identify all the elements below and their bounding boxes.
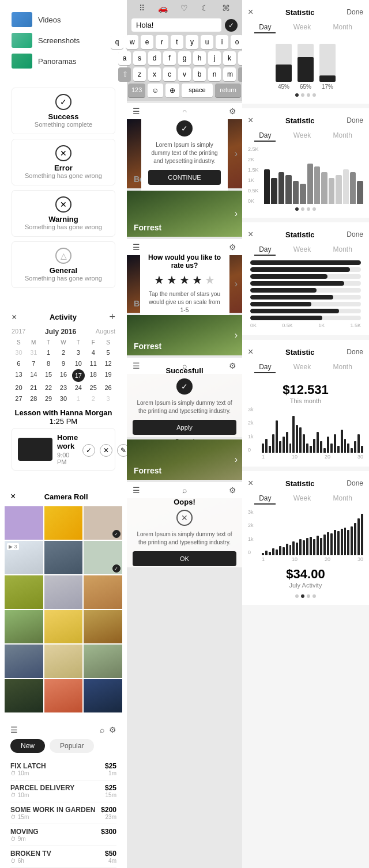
cal-day[interactable]: 24 [71,382,85,393]
stat-done-5[interactable]: Done [347,479,363,487]
photo-cell[interactable] [44,610,83,643]
media-item-screenshots[interactable]: Screenshots [12,30,115,51]
photo-cell[interactable] [5,506,43,540]
stat-tab-week-3[interactable]: Week [289,244,315,256]
cal-day[interactable]: 1 [42,347,56,358]
stat-close-3[interactable]: × [248,229,253,240]
key-e[interactable]: e [141,35,153,49]
list-item[interactable]: BROKEN TV⏱ 6h $504m [10,846,116,868]
key-c[interactable]: c [163,67,176,81]
key-z[interactable]: z [133,67,146,81]
photo-cell[interactable]: ▶ 3 [5,541,43,574]
stat-tab-day-1[interactable]: Day [254,22,276,33]
key-u[interactable]: u [201,35,213,49]
photo-cell[interactable] [84,645,122,678]
list-item[interactable]: FIX LATCH⏱ 10m $251m [10,759,116,780]
list-item[interactable]: SOME WORK IN GARDEN⏱ 15m $20023m [10,802,116,824]
photo-cell[interactable] [5,645,43,678]
menu-icon[interactable]: ☰ [10,725,18,734]
photo-cell[interactable]: ✓ [84,541,122,574]
cal-day[interactable]: 6 [12,358,26,369]
key-numbers[interactable]: 123 [128,84,145,97]
cal-day[interactable]: 15 [42,369,56,382]
tab-popular[interactable]: Popular [50,739,94,753]
filter-icon[interactable]: ⚙ [109,725,116,734]
stat-tab-month-5[interactable]: Month [328,493,356,505]
key-k[interactable]: k [223,51,236,65]
stat-tab-day-4[interactable]: Day [254,362,276,373]
stat-close-1[interactable]: × [248,7,253,17]
key-shift[interactable]: ⇧ [118,67,131,81]
cal-day[interactable]: 8 [42,358,56,369]
key-space[interactable]: space [182,84,213,97]
kb-icon-heart[interactable]: ♡ [180,3,188,13]
task-check-button[interactable]: ✓ [82,444,95,457]
key-h[interactable]: h [193,51,206,65]
star-5[interactable]: ★ [205,273,215,287]
cal-day[interactable]: 5 [101,347,115,358]
tab-new[interactable]: New [10,739,45,753]
list-item[interactable]: MOVING⏱ 9m $300 [10,824,116,846]
photo-cell[interactable] [5,610,43,643]
nav-filter-icon-2[interactable]: ⚙ [229,242,236,252]
keyboard-check[interactable]: ✓ [225,19,238,32]
media-item-panoramas[interactable]: Panoramas [12,51,115,71]
cal-day[interactable]: 30 [12,347,26,358]
cal-day[interactable]: 14 [27,369,41,382]
kb-icon-grid[interactable]: ⠿ [139,3,145,13]
cal-day[interactable]: 9 [57,358,71,369]
key-emoji[interactable]: ☺ [148,84,163,97]
key-n[interactable]: n [208,67,221,81]
photo-cell[interactable] [84,575,122,609]
stat-tab-day-2[interactable]: Day [254,130,276,142]
key-y[interactable]: y [186,35,198,49]
ok-button[interactable]: OK [133,551,236,566]
key-t[interactable]: t [171,35,183,49]
photo-cell[interactable]: ✓ [84,506,122,540]
cal-day[interactable]: 11 [86,358,100,369]
stat-close-2[interactable]: × [248,115,253,126]
key-i[interactable]: i [216,35,228,49]
photo-cell[interactable] [44,679,83,712]
photo-cell[interactable] [84,679,122,712]
key-j[interactable]: j [208,51,221,65]
stat-done-2[interactable]: Done [347,116,363,124]
cal-day[interactable]: 28 [27,393,41,404]
key-m[interactable]: m [223,67,236,81]
key-d[interactable]: d [148,51,161,65]
cal-day[interactable]: 18 [86,369,100,382]
cal-day[interactable]: 2 [86,393,100,404]
stat-tab-month-3[interactable]: Month [328,244,356,256]
stat-tab-month-2[interactable]: Month [328,130,356,142]
stat-tab-week-4[interactable]: Week [289,362,315,373]
cal-day[interactable]: 1 [71,393,85,404]
cal-day[interactable]: 22 [42,382,56,393]
stat-tab-month-1[interactable]: Month [328,22,356,33]
photo-cell[interactable] [5,575,43,609]
stat-tab-week-5[interactable]: Week [289,493,315,505]
key-b[interactable]: b [193,67,206,81]
stat-done-4[interactable]: Done [347,348,363,356]
photo-cell[interactable] [44,541,83,574]
cal-day[interactable]: 13 [12,369,26,382]
star-2[interactable]: ★ [167,273,177,287]
photo-cell[interactable] [5,679,43,712]
key-g[interactable]: g [178,51,191,65]
kb-icon-car[interactable]: 🚗 [158,3,168,13]
photo-cell[interactable] [44,506,83,540]
key-s[interactable]: s [133,51,146,65]
stat-tab-month-4[interactable]: Month [328,362,356,373]
star-3[interactable]: ★ [179,273,190,287]
stat-tab-day-5[interactable]: Day [254,493,276,505]
photo-cell[interactable] [84,610,122,643]
cal-day-today[interactable]: 17 [72,369,85,382]
key-r[interactable]: r [156,35,168,49]
cal-day[interactable]: 30 [57,393,71,404]
cal-day[interactable]: 12 [101,358,115,369]
star-4[interactable]: ★ [192,273,202,287]
search-icon[interactable]: ⌕ [100,725,104,734]
nav-menu-icon-2[interactable]: ☰ [133,242,140,252]
calendar-close[interactable]: × [12,312,17,323]
media-item-videos[interactable]: Videos [12,9,115,30]
kb-icon-cmd[interactable]: ⌘ [222,3,230,13]
